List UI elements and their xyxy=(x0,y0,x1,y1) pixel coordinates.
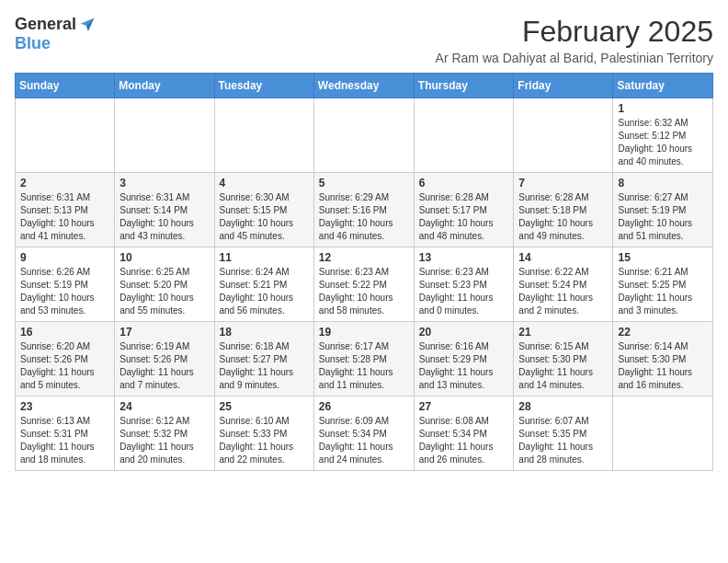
calendar-day-cell: 1Sunrise: 6:32 AM Sunset: 5:12 PM Daylig… xyxy=(613,98,713,173)
day-info: Sunrise: 6:19 AM Sunset: 5:26 PM Dayligh… xyxy=(119,340,209,392)
calendar-day-cell: 18Sunrise: 6:18 AM Sunset: 5:27 PM Dayli… xyxy=(214,322,313,396)
day-number: 24 xyxy=(119,400,209,413)
day-info: Sunrise: 6:10 AM Sunset: 5:33 PM Dayligh… xyxy=(220,415,309,466)
location-title: Ar Ram wa Dahiyat al Barid, Palestinian … xyxy=(436,51,713,65)
calendar-day-cell: 20Sunrise: 6:16 AM Sunset: 5:29 PM Dayli… xyxy=(414,322,514,396)
calendar-day-cell xyxy=(514,98,613,173)
calendar-day-cell xyxy=(313,98,414,173)
calendar-day-cell: 4Sunrise: 6:30 AM Sunset: 5:15 PM Daylig… xyxy=(214,173,313,247)
day-info: Sunrise: 6:26 AM Sunset: 5:19 PM Dayligh… xyxy=(20,266,109,317)
day-info: Sunrise: 6:28 AM Sunset: 5:18 PM Dayligh… xyxy=(518,191,608,243)
day-number: 16 xyxy=(20,326,109,339)
calendar-day-cell: 11Sunrise: 6:24 AM Sunset: 5:21 PM Dayli… xyxy=(214,247,313,322)
day-info: Sunrise: 6:29 AM Sunset: 5:16 PM Dayligh… xyxy=(319,191,409,243)
day-number: 2 xyxy=(20,177,109,190)
day-info: Sunrise: 6:31 AM Sunset: 5:13 PM Dayligh… xyxy=(20,191,109,243)
day-info: Sunrise: 6:23 AM Sunset: 5:22 PM Dayligh… xyxy=(319,266,409,317)
calendar-day-header: Sunday xyxy=(16,74,115,98)
day-info: Sunrise: 6:20 AM Sunset: 5:26 PM Dayligh… xyxy=(20,340,109,392)
day-number: 17 xyxy=(119,326,209,339)
calendar-day-cell: 17Sunrise: 6:19 AM Sunset: 5:26 PM Dayli… xyxy=(115,322,214,396)
calendar-day-cell: 9Sunrise: 6:26 AM Sunset: 5:19 PM Daylig… xyxy=(16,247,115,322)
calendar-day-cell: 3Sunrise: 6:31 AM Sunset: 5:14 PM Daylig… xyxy=(115,173,214,247)
day-info: Sunrise: 6:07 AM Sunset: 5:35 PM Dayligh… xyxy=(518,415,608,466)
day-number: 20 xyxy=(419,326,509,339)
calendar-day-cell: 21Sunrise: 6:15 AM Sunset: 5:30 PM Dayli… xyxy=(514,322,613,396)
day-info: Sunrise: 6:28 AM Sunset: 5:17 PM Dayligh… xyxy=(419,191,509,243)
calendar-week-row: 1Sunrise: 6:32 AM Sunset: 5:12 PM Daylig… xyxy=(16,98,713,173)
day-number: 6 xyxy=(419,177,509,190)
day-number: 7 xyxy=(518,177,608,190)
calendar-day-header: Wednesday xyxy=(313,74,414,98)
calendar-day-cell: 24Sunrise: 6:12 AM Sunset: 5:32 PM Dayli… xyxy=(115,396,214,471)
calendar-day-cell xyxy=(613,396,713,471)
calendar-day-header: Tuesday xyxy=(214,74,313,98)
calendar-day-cell: 6Sunrise: 6:28 AM Sunset: 5:17 PM Daylig… xyxy=(414,173,514,247)
logo-blue-text: Blue xyxy=(15,34,51,53)
calendar-day-cell xyxy=(214,98,313,173)
calendar-day-header: Thursday xyxy=(414,74,514,98)
calendar-day-cell: 28Sunrise: 6:07 AM Sunset: 5:35 PM Dayli… xyxy=(514,396,613,471)
day-number: 10 xyxy=(119,251,209,264)
calendar-week-row: 23Sunrise: 6:13 AM Sunset: 5:31 PM Dayli… xyxy=(16,396,713,471)
logo-general-text: General xyxy=(15,15,76,34)
calendar-day-cell: 23Sunrise: 6:13 AM Sunset: 5:31 PM Dayli… xyxy=(16,396,115,471)
day-info: Sunrise: 6:08 AM Sunset: 5:34 PM Dayligh… xyxy=(419,415,509,466)
day-info: Sunrise: 6:32 AM Sunset: 5:12 PM Dayligh… xyxy=(618,117,708,168)
day-info: Sunrise: 6:31 AM Sunset: 5:14 PM Dayligh… xyxy=(119,191,209,243)
day-number: 12 xyxy=(319,251,409,264)
calendar-day-cell xyxy=(16,98,115,173)
calendar-day-cell: 15Sunrise: 6:21 AM Sunset: 5:25 PM Dayli… xyxy=(613,247,713,322)
day-number: 15 xyxy=(618,251,708,264)
day-number: 26 xyxy=(319,400,409,413)
calendar-day-cell: 14Sunrise: 6:22 AM Sunset: 5:24 PM Dayli… xyxy=(514,247,613,322)
calendar-week-row: 2Sunrise: 6:31 AM Sunset: 5:13 PM Daylig… xyxy=(16,173,713,247)
calendar-header-row: SundayMondayTuesdayWednesdayThursdayFrid… xyxy=(16,74,713,98)
day-info: Sunrise: 6:15 AM Sunset: 5:30 PM Dayligh… xyxy=(518,340,608,392)
calendar-week-row: 9Sunrise: 6:26 AM Sunset: 5:19 PM Daylig… xyxy=(16,247,713,322)
day-number: 22 xyxy=(618,326,708,339)
calendar-day-header: Friday xyxy=(514,74,613,98)
calendar-day-cell: 2Sunrise: 6:31 AM Sunset: 5:13 PM Daylig… xyxy=(16,173,115,247)
calendar-day-cell xyxy=(115,98,214,173)
day-info: Sunrise: 6:13 AM Sunset: 5:31 PM Dayligh… xyxy=(20,415,109,466)
calendar-day-cell xyxy=(414,98,514,173)
day-info: Sunrise: 6:23 AM Sunset: 5:23 PM Dayligh… xyxy=(419,266,509,317)
day-number: 13 xyxy=(419,251,509,264)
day-info: Sunrise: 6:25 AM Sunset: 5:20 PM Dayligh… xyxy=(119,266,209,317)
calendar-day-cell: 10Sunrise: 6:25 AM Sunset: 5:20 PM Dayli… xyxy=(115,247,214,322)
day-number: 23 xyxy=(20,400,109,413)
calendar-day-cell: 8Sunrise: 6:27 AM Sunset: 5:19 PM Daylig… xyxy=(613,173,713,247)
day-number: 19 xyxy=(319,326,409,339)
calendar-day-cell: 16Sunrise: 6:20 AM Sunset: 5:26 PM Dayli… xyxy=(16,322,115,396)
day-info: Sunrise: 6:21 AM Sunset: 5:25 PM Dayligh… xyxy=(618,266,708,317)
day-info: Sunrise: 6:24 AM Sunset: 5:21 PM Dayligh… xyxy=(220,266,309,317)
day-number: 25 xyxy=(220,400,309,413)
calendar-day-cell: 19Sunrise: 6:17 AM Sunset: 5:28 PM Dayli… xyxy=(313,322,414,396)
logo-bird-icon xyxy=(78,16,97,34)
calendar-day-cell: 7Sunrise: 6:28 AM Sunset: 5:18 PM Daylig… xyxy=(514,173,613,247)
calendar-day-cell: 22Sunrise: 6:14 AM Sunset: 5:30 PM Dayli… xyxy=(613,322,713,396)
calendar-table: SundayMondayTuesdayWednesdayThursdayFrid… xyxy=(15,73,713,471)
page-header: General Blue February 2025 Ar Ram wa Dah… xyxy=(15,15,713,65)
logo: General Blue xyxy=(15,15,97,53)
day-info: Sunrise: 6:18 AM Sunset: 5:27 PM Dayligh… xyxy=(220,340,309,392)
day-number: 9 xyxy=(20,251,109,264)
day-number: 1 xyxy=(618,102,708,115)
day-info: Sunrise: 6:27 AM Sunset: 5:19 PM Dayligh… xyxy=(618,191,708,243)
day-number: 28 xyxy=(518,400,608,413)
day-number: 21 xyxy=(518,326,608,339)
day-info: Sunrise: 6:17 AM Sunset: 5:28 PM Dayligh… xyxy=(319,340,409,392)
calendar-day-cell: 26Sunrise: 6:09 AM Sunset: 5:34 PM Dayli… xyxy=(313,396,414,471)
day-info: Sunrise: 6:30 AM Sunset: 5:15 PM Dayligh… xyxy=(220,191,309,243)
calendar-day-cell: 5Sunrise: 6:29 AM Sunset: 5:16 PM Daylig… xyxy=(313,173,414,247)
calendar-day-cell: 13Sunrise: 6:23 AM Sunset: 5:23 PM Dayli… xyxy=(414,247,514,322)
day-number: 8 xyxy=(618,177,708,190)
calendar-day-header: Monday xyxy=(115,74,214,98)
day-number: 27 xyxy=(419,400,509,413)
day-number: 5 xyxy=(319,177,409,190)
calendar-day-cell: 12Sunrise: 6:23 AM Sunset: 5:22 PM Dayli… xyxy=(313,247,414,322)
day-number: 4 xyxy=(220,177,309,190)
calendar-week-row: 16Sunrise: 6:20 AM Sunset: 5:26 PM Dayli… xyxy=(16,322,713,396)
title-section: February 2025 Ar Ram wa Dahiyat al Barid… xyxy=(436,15,713,65)
